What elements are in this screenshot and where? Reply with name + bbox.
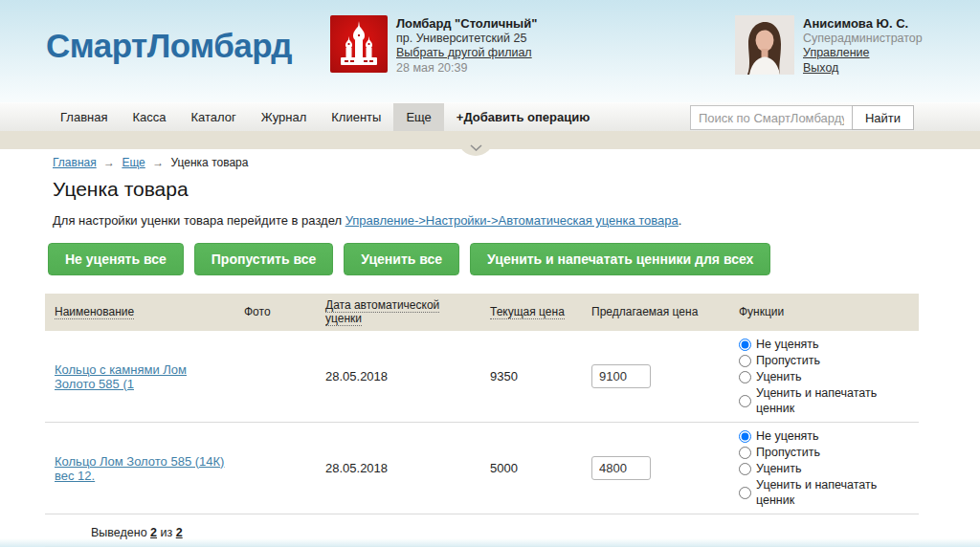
radio-label: Не уценять	[756, 337, 819, 352]
search-button[interactable]: Найти	[852, 105, 914, 130]
action-radio-group: Не уценять Пропустить Уценить Уценить и …	[739, 337, 909, 416]
info-suffix: .	[679, 213, 682, 228]
radio-label: Не уценять	[756, 428, 819, 444]
current-price: 9350	[480, 331, 582, 423]
nav-item-clients[interactable]: Клиенты	[319, 103, 393, 131]
column-header-date[interactable]: Дата автоматической уценки	[325, 298, 439, 326]
search-bar: Найти	[690, 105, 914, 130]
breadcrumb-current: Уценка товара	[170, 156, 248, 169]
nav-item-more[interactable]: Еще	[393, 103, 443, 131]
photo-cell	[234, 423, 316, 514]
page-title: Уценка товара	[53, 178, 919, 201]
markdown-table: Наименование Фото Дата автоматической уц…	[45, 294, 919, 514]
page: СмартЛомбард	[0, 0, 980, 547]
table-row: Кольцо с камнями Лом Золото 585 (1 28.05…	[45, 331, 919, 423]
breadcrumb: Главная → Еще → Уценка товара	[53, 156, 919, 169]
table-row: Кольцо Лом Золото 585 (14К) вес 12. 28.0…	[45, 423, 919, 514]
info-text: Для настройки уценки товара перейдите в …	[53, 213, 919, 228]
radio-label: Уценить	[756, 369, 801, 384]
branch-datetime: 28 мая 20:39	[396, 61, 537, 77]
radio-label: Пропустить	[756, 445, 820, 460]
bulk-markdown-all-button[interactable]: Уценить все	[344, 243, 459, 275]
current-price: 5000	[480, 423, 582, 514]
radio-no-markdown[interactable]	[739, 339, 751, 351]
summary-conj: из	[161, 526, 173, 539]
main-content: Главная → Еще → Уценка товара Уценка тов…	[0, 156, 980, 547]
item-link[interactable]: Кольцо с камнями Лом Золото 585 (1	[55, 362, 187, 391]
photo-cell	[234, 331, 316, 423]
radio-label: Уценить и напечатать ценник	[756, 477, 909, 508]
radio-no-markdown[interactable]	[739, 430, 751, 443]
collapse-notch[interactable]	[457, 131, 494, 156]
branch-block: Ломбард "Столичный" пр. Университетский …	[330, 15, 537, 76]
summary-prefix: Выведено	[91, 526, 147, 539]
breadcrumb-separator: →	[152, 156, 164, 169]
change-branch-link[interactable]: Выбрать другой филиал	[396, 46, 532, 61]
nav-item-journal[interactable]: Журнал	[249, 103, 319, 131]
info-prefix: Для настройки уценки товара перейдите в …	[53, 213, 345, 228]
breadcrumb-home-link[interactable]: Главная	[53, 156, 97, 169]
avatar	[735, 15, 794, 75]
user-block: Анисимова Ю. С. Суперадминистратор Управ…	[735, 15, 923, 76]
item-link[interactable]: Кольцо Лом Золото 585 (14К) вес 12.	[55, 454, 224, 483]
column-header-functions: Функции	[739, 305, 784, 318]
bulk-markdown-print-all-button[interactable]: Уценить и напечатать ценники для всех	[470, 243, 770, 275]
column-header-photo: Фото	[244, 305, 271, 318]
proposed-price-input[interactable]	[591, 456, 651, 480]
proposed-price-input[interactable]	[591, 364, 651, 388]
search-input[interactable]	[690, 105, 853, 130]
branch-name: Ломбард "Столичный"	[396, 16, 537, 32]
summary-total-count: 2	[176, 526, 183, 539]
main-nav: Главная Касса Каталог Журнал Клиенты Еще…	[0, 102, 980, 131]
results-summary: Выведено 2 из 2	[91, 526, 919, 539]
column-header-current-price[interactable]: Текущая цена	[490, 305, 565, 319]
markdown-date: 28.05.2018	[316, 423, 480, 514]
nav-item-add-operation[interactable]: +Добавить операцию	[444, 103, 602, 131]
radio-markdown-print[interactable]	[739, 487, 751, 499]
app-logo[interactable]: СмартЛомбард	[46, 27, 292, 65]
radio-label: Пропустить	[756, 353, 820, 368]
breadcrumb-separator: →	[103, 156, 115, 169]
branch-logo-icon	[330, 15, 388, 73]
radio-skip[interactable]	[739, 447, 751, 459]
radio-markdown-print[interactable]	[739, 395, 751, 407]
summary-shown-count: 2	[150, 526, 157, 539]
chevron-down-icon	[470, 144, 482, 151]
nav-item-home[interactable]: Главная	[48, 103, 120, 131]
logout-link[interactable]: Выход	[803, 61, 838, 77]
branch-address: пр. Университетский 25	[396, 32, 537, 47]
bulk-skip-all-button[interactable]: Пропустить все	[194, 243, 334, 275]
radio-label: Уценить	[756, 461, 801, 476]
table-header-row: Наименование Фото Дата автоматической уц…	[45, 294, 919, 331]
action-radio-group: Не уценять Пропустить Уценить Уценить и …	[739, 428, 909, 508]
bulk-no-markdown-all-button[interactable]: Не уценять все	[48, 243, 184, 275]
breadcrumb-more-link[interactable]: Еще	[122, 156, 145, 169]
nav-item-kassa[interactable]: Касса	[120, 103, 178, 131]
user-role: Суперадминистратор	[803, 32, 923, 47]
header: СмартЛомбард	[0, 0, 980, 102]
markdown-date: 28.05.2018	[316, 331, 480, 423]
user-name: Анисимова Ю. С.	[803, 16, 923, 32]
radio-label: Уценить и напечатать ценник	[756, 385, 909, 416]
radio-skip[interactable]	[739, 355, 751, 367]
collapse-strip	[0, 131, 980, 149]
radio-markdown[interactable]	[739, 371, 751, 383]
nav-item-catalog[interactable]: Каталог	[179, 103, 249, 131]
radio-markdown[interactable]	[739, 463, 751, 475]
markdown-settings-link[interactable]: Управление->Настройки->Автоматическая уц…	[345, 213, 679, 228]
bulk-actions: Не уценять все Пропустить все Уценить вс…	[48, 243, 919, 275]
column-header-proposed-price: Предлагаемая цена	[591, 305, 698, 318]
management-link[interactable]: Управление	[803, 46, 870, 61]
column-header-name[interactable]: Наименование	[55, 305, 134, 319]
